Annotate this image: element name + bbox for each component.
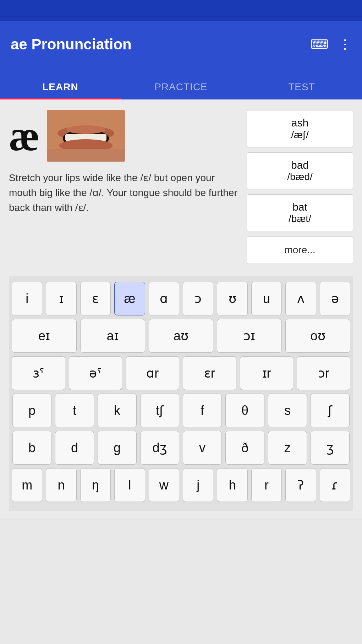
key-glottal-stop[interactable]: ʔ bbox=[285, 468, 316, 502]
key-eth[interactable]: ð bbox=[225, 431, 264, 465]
key-ei[interactable]: eɪ bbox=[12, 319, 77, 353]
word-ipa-2: /bæt/ bbox=[289, 213, 311, 224]
key-m[interactable]: m bbox=[12, 468, 42, 502]
key-w[interactable]: w bbox=[149, 468, 179, 502]
key-n[interactable]: n bbox=[46, 468, 76, 502]
key-s[interactable]: s bbox=[268, 394, 307, 427]
key-theta[interactable]: θ bbox=[225, 394, 264, 427]
key-ai[interactable]: aɪ bbox=[80, 319, 145, 353]
key-esh[interactable]: ʃ bbox=[311, 394, 350, 427]
tabs-bar: LEARN PRACTICE TEST bbox=[0, 67, 362, 99]
word-card-1[interactable]: bad /bæd/ bbox=[247, 152, 353, 189]
keyboard-row-4: p t k tʃ f θ s ʃ bbox=[12, 394, 350, 427]
key-tsh[interactable]: tʃ bbox=[140, 394, 179, 427]
key-flap[interactable]: ɾ bbox=[320, 468, 350, 502]
key-j[interactable]: j bbox=[183, 468, 213, 502]
keyboard-icon-button[interactable]: ⌨ bbox=[310, 38, 329, 51]
key-t[interactable]: t bbox=[55, 394, 94, 427]
left-panel: æ bbox=[9, 110, 240, 264]
key-yogh[interactable]: ʒ bbox=[311, 431, 350, 465]
key-k[interactable]: k bbox=[98, 394, 137, 427]
word-label-2: bat bbox=[292, 201, 307, 213]
learn-content: æ bbox=[0, 99, 362, 518]
ipa-keyboard: i ɪ ɛ æ ɑ ɔ ʊ u ʌ ə eɪ aɪ aʊ ɔɪ oʊ ɜˤ əˤ… bbox=[9, 276, 353, 511]
phoneme-symbol: æ bbox=[9, 115, 40, 157]
key-ar[interactable]: ɑr bbox=[126, 356, 179, 390]
more-words-button[interactable]: more... bbox=[247, 236, 353, 264]
word-label-1: bad bbox=[291, 159, 309, 171]
key-g[interactable]: g bbox=[98, 431, 137, 465]
key-u[interactable]: u bbox=[251, 282, 282, 315]
word-card-2[interactable]: bat /bæt/ bbox=[247, 194, 353, 231]
key-v[interactable]: v bbox=[183, 431, 222, 465]
key-schwa[interactable]: ə bbox=[320, 282, 350, 315]
key-ou[interactable]: oʊ bbox=[285, 319, 350, 353]
keyboard-row-2: eɪ aɪ aʊ ɔɪ oʊ bbox=[12, 319, 350, 353]
keyboard-row-5: b d g dʒ v ð z ʒ bbox=[12, 431, 350, 465]
tab-learn[interactable]: LEARN bbox=[0, 67, 121, 99]
tab-test[interactable]: TEST bbox=[241, 67, 362, 99]
key-ir[interactable]: ɪr bbox=[240, 356, 294, 390]
top-section: æ bbox=[9, 110, 353, 264]
key-b[interactable]: b bbox=[12, 431, 51, 465]
keyboard-row-6: m n ŋ l w j h r ʔ ɾ bbox=[12, 468, 350, 502]
app-title: ae Pronunciation bbox=[11, 36, 132, 53]
keyboard-icon: ⌨ bbox=[310, 37, 329, 52]
app-bar-icons: ⌨ ⋮ bbox=[310, 38, 351, 51]
keyboard-row-3: ɜˤ əˤ ɑr ɛr ɪr ɔr bbox=[12, 356, 350, 390]
key-f[interactable]: f bbox=[183, 394, 222, 427]
key-small-capital-i[interactable]: ɪ bbox=[46, 282, 76, 315]
key-er-unstressed[interactable]: əˤ bbox=[69, 356, 122, 390]
more-vert-icon: ⋮ bbox=[339, 37, 351, 52]
key-l[interactable]: l bbox=[114, 468, 145, 502]
key-eng[interactable]: ŋ bbox=[80, 468, 111, 502]
key-h[interactable]: h bbox=[217, 468, 247, 502]
key-au[interactable]: aʊ bbox=[149, 319, 214, 353]
word-cards-panel: ash /æʃ/ bad /bæd/ bat /bæt/ more... bbox=[247, 110, 353, 264]
word-label-0: ash bbox=[291, 117, 308, 129]
app-bar: ae Pronunciation ⌨ ⋮ bbox=[0, 21, 362, 67]
key-alpha[interactable]: ɑ bbox=[149, 282, 179, 315]
tab-practice[interactable]: PRACTICE bbox=[121, 67, 241, 99]
key-open-o[interactable]: ɔ bbox=[183, 282, 213, 315]
key-r[interactable]: r bbox=[251, 468, 282, 502]
word-ipa-1: /bæd/ bbox=[287, 171, 313, 183]
more-options-button[interactable]: ⋮ bbox=[339, 38, 351, 51]
key-i[interactable]: i bbox=[12, 282, 42, 315]
phoneme-description: Stretch your lips wide like the /ɛ/ but … bbox=[9, 171, 240, 215]
key-oi[interactable]: ɔɪ bbox=[217, 319, 282, 353]
key-turned-v[interactable]: ʌ bbox=[285, 282, 316, 315]
key-upsilon[interactable]: ʊ bbox=[217, 282, 247, 315]
keyboard-row-1: i ɪ ɛ æ ɑ ɔ ʊ u ʌ ə bbox=[12, 282, 350, 315]
svg-rect-7 bbox=[47, 149, 125, 162]
status-bar bbox=[0, 0, 362, 21]
key-air[interactable]: ɛr bbox=[183, 356, 236, 390]
key-z[interactable]: z bbox=[268, 431, 307, 465]
word-card-0[interactable]: ash /æʃ/ bbox=[247, 110, 353, 147]
word-ipa-0: /æʃ/ bbox=[291, 129, 308, 141]
key-epsilon[interactable]: ɛ bbox=[80, 282, 111, 315]
svg-point-6 bbox=[66, 125, 105, 134]
key-ae[interactable]: æ bbox=[114, 282, 145, 315]
key-dzh[interactable]: dʒ bbox=[140, 431, 179, 465]
key-p[interactable]: p bbox=[12, 394, 51, 427]
mouth-image bbox=[47, 110, 125, 162]
tab-indicator bbox=[0, 98, 121, 99]
key-er-stressed[interactable]: ɜˤ bbox=[12, 356, 65, 390]
phoneme-row: æ bbox=[9, 110, 240, 162]
key-or[interactable]: ɔr bbox=[297, 356, 350, 390]
key-d[interactable]: d bbox=[55, 431, 94, 465]
